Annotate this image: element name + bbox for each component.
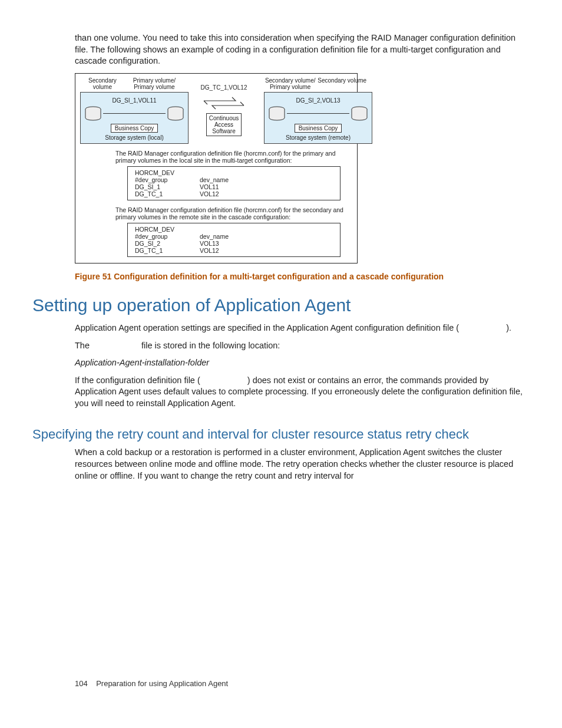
p1b: ). [506,323,511,332]
remote-prim-label: Secondary volume/ Primary volume [265,77,316,91]
conf1-desc: The RAID Manager configuration definitio… [115,150,351,164]
cylinder-icon [167,106,184,121]
footer-chapter: Preparation for using Application Agent [96,679,228,688]
conf2-r1c2: VOL13 [200,240,247,247]
conf1-r1c1: DG_SI_1 [135,183,200,190]
intro-paragraph: than one volume. You need to take this i… [75,32,524,67]
conf1-r2c2: VOL12 [200,190,247,197]
conf2-r2c2: VOL12 [200,247,247,254]
conf1-h2: dev_name [200,176,247,183]
conf2-table: HORCM_DEV #dev_groupdev_name DG_SI_2VOL1… [127,223,340,257]
footer-page-number: 104 [75,679,88,688]
conf2-l1: HORCM_DEV [135,226,335,233]
cylinder-icon [268,106,286,121]
p1a: Application Agent operation settings are… [75,323,459,332]
page-footer: 104 Preparation for using Application Ag… [75,679,228,688]
subsection-heading: Specifying the retry count and interval … [32,427,530,442]
conf1-h1: #dev_group [135,176,200,183]
cas-label: Continuous Access Software [206,113,242,136]
conf1-r2c1: DG_TC_1 [135,190,200,197]
conf1-l1: HORCM_DEV [135,169,335,176]
p3a: If the configuration definition file ( [75,375,200,385]
mid-vol: DG_TC_1,VOL12 [201,84,247,91]
p2a: The [75,341,92,350]
p3: If the configuration definition file () … [75,375,524,410]
cylinder-icon [351,106,368,121]
local-storage-label: Storage system (local) [84,134,184,141]
section-heading: Setting up operation of Application Agen… [32,295,530,315]
local-vol: DG_SI_1,VOL11 [84,97,184,104]
local-sec-label: Secondary volume [88,77,117,91]
local-prim-label: Primary volume/ Primary volume [133,77,176,91]
figure-caption: Figure 51 Configuration definition for a… [75,272,530,281]
local-bc-label: Business Copy [111,124,158,133]
remote-sec-label: Secondary volume [318,77,366,91]
remote-storage-label: Storage system (remote) [268,134,368,141]
conf1-r1c2: VOL11 [200,183,247,190]
p2: The file is stored in the following loca… [75,340,524,352]
conf2-r2c1: DG_TC_1 [135,247,200,254]
remote-vol: DG_SI_2,VOL13 [268,97,368,104]
p1: Application Agent operation settings are… [75,322,524,334]
p2b: file is stored in the following location… [139,341,280,350]
conf1-table: HORCM_DEV #dev_groupdev_name DG_SI_1VOL1… [127,166,340,200]
conf2-desc: The RAID Manager configuration definitio… [115,206,351,221]
install-path: Application-Agent-installation-folder [75,357,524,369]
conf2-h1: #dev_group [135,233,200,240]
cylinder-icon [84,106,102,121]
figure-diagram: Secondary volume Primary volume/ Primary… [75,73,358,263]
conf2-h2: dev_name [200,233,247,240]
conf2-r1c1: DG_SI_2 [135,240,200,247]
p4: When a cold backup or a restoration is p… [75,447,524,482]
remote-bc-label: Business Copy [295,124,342,133]
double-arrow-icon [200,94,247,112]
